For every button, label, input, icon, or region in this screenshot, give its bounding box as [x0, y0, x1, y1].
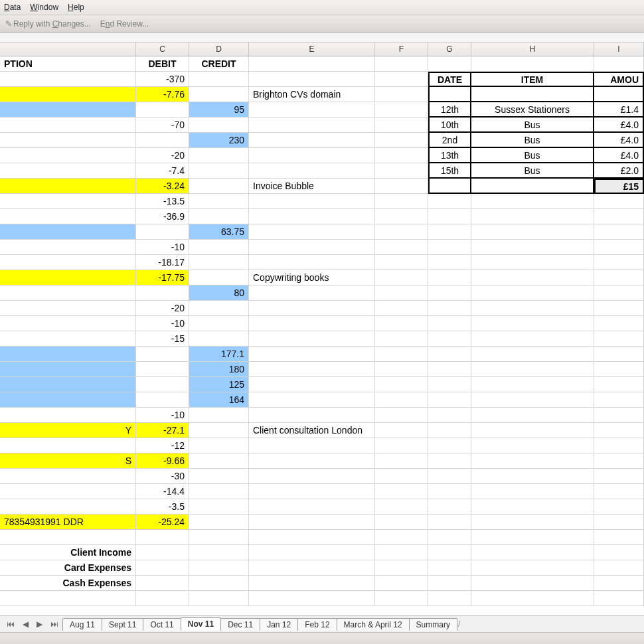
menu-data[interactable]: Data: [4, 3, 21, 12]
cell-date[interactable]: [428, 591, 471, 606]
cell[interactable]: [471, 56, 594, 72]
cell-note[interactable]: [249, 362, 375, 377]
cell-note[interactable]: Copywriting books: [249, 270, 375, 285]
cell-note[interactable]: [249, 301, 375, 316]
cell-item[interactable]: [471, 331, 594, 347]
cell-description[interactable]: [0, 469, 136, 484]
cell[interactable]: [375, 240, 428, 255]
cell-credit[interactable]: [189, 209, 249, 224]
cell-item[interactable]: [471, 423, 594, 438]
cell-note[interactable]: [249, 392, 375, 408]
cell-note[interactable]: [249, 255, 375, 270]
cell[interactable]: [375, 453, 428, 469]
cell-description[interactable]: [0, 331, 136, 347]
cell-note[interactable]: [249, 408, 375, 423]
cell-description[interactable]: [0, 163, 136, 179]
menu-help[interactable]: Help: [68, 3, 84, 12]
cell[interactable]: [375, 316, 428, 331]
cell-date[interactable]: [428, 347, 471, 362]
cell[interactable]: [375, 133, 428, 148]
cell-note[interactable]: [249, 148, 375, 163]
cell-date[interactable]: [428, 331, 471, 347]
col-d-header[interactable]: D: [189, 42, 249, 56]
cell-item[interactable]: [471, 453, 594, 469]
cell-amount[interactable]: £15: [594, 179, 644, 194]
cell-debit[interactable]: [136, 133, 189, 148]
cell-item[interactable]: [471, 255, 594, 270]
cell[interactable]: [375, 209, 428, 224]
cell-credit[interactable]: [189, 270, 249, 285]
cell-amount[interactable]: [594, 240, 644, 255]
cell-debit[interactable]: [136, 377, 189, 392]
cell-date[interactable]: [428, 377, 471, 392]
cell-amount[interactable]: [594, 453, 644, 469]
cell-amount[interactable]: [594, 270, 644, 285]
cell-credit[interactable]: [189, 453, 249, 469]
cell-debit[interactable]: [136, 530, 189, 545]
cell-debit[interactable]: [136, 576, 189, 591]
header-credit[interactable]: CREDIT: [189, 56, 249, 72]
cell-credit[interactable]: [189, 560, 249, 576]
cell-date[interactable]: [428, 179, 471, 194]
cell-description[interactable]: S: [0, 453, 136, 469]
cell-description[interactable]: [0, 102, 136, 118]
cell-debit[interactable]: -10: [136, 316, 189, 331]
cell-debit[interactable]: -36.9: [136, 209, 189, 224]
cell-item[interactable]: [471, 362, 594, 377]
tab-nav-last[interactable]: ⏭: [46, 619, 62, 629]
cell-description[interactable]: [0, 118, 136, 133]
cell-credit[interactable]: [189, 118, 249, 133]
cell-description[interactable]: Cash Expenses: [0, 576, 136, 591]
cell-date[interactable]: [428, 255, 471, 270]
cell-amount[interactable]: £4.0: [594, 118, 644, 133]
cell-date[interactable]: [428, 301, 471, 316]
cell[interactable]: [375, 194, 428, 209]
cell-date[interactable]: [428, 316, 471, 331]
cell-item[interactable]: Sussex Stationers: [471, 102, 594, 118]
cell-description[interactable]: [0, 377, 136, 392]
cell-date[interactable]: [428, 438, 471, 453]
cell-note[interactable]: [249, 316, 375, 331]
cell-note[interactable]: [249, 347, 375, 362]
cell[interactable]: [375, 423, 428, 438]
sheet-tab[interactable]: Jan 12: [260, 618, 298, 631]
cell-debit[interactable]: -30: [136, 469, 189, 484]
tab-nav-first[interactable]: ⏮: [3, 619, 19, 629]
cell-debit[interactable]: -14.4: [136, 484, 189, 499]
cell-description[interactable]: [0, 87, 136, 102]
cell-item[interactable]: Bus: [471, 118, 594, 133]
cell-debit[interactable]: -10: [136, 240, 189, 255]
cell-amount[interactable]: [594, 408, 644, 423]
cell-credit[interactable]: [189, 499, 249, 515]
cell-description[interactable]: [0, 194, 136, 209]
cell-credit[interactable]: [189, 484, 249, 499]
cell-note[interactable]: [249, 499, 375, 515]
cell-credit[interactable]: 125: [189, 377, 249, 392]
cell-date[interactable]: [428, 499, 471, 515]
cell-note[interactable]: [249, 377, 375, 392]
cell-amount[interactable]: [594, 484, 644, 499]
cell-date[interactable]: [428, 87, 471, 102]
cell-item[interactable]: [471, 408, 594, 423]
cell-date[interactable]: [428, 362, 471, 377]
cell[interactable]: [375, 560, 428, 576]
cell-debit[interactable]: [136, 224, 189, 240]
cell-amount[interactable]: [594, 377, 644, 392]
cell-description[interactable]: [0, 316, 136, 331]
cell-date[interactable]: [428, 194, 471, 209]
col-f-header[interactable]: F: [375, 42, 428, 56]
sheet-tab[interactable]: Aug 11: [62, 618, 102, 631]
cell-description[interactable]: [0, 438, 136, 453]
cell-item[interactable]: [471, 301, 594, 316]
col-h-header[interactable]: H: [471, 42, 594, 56]
cell-item[interactable]: [471, 194, 594, 209]
cell-item[interactable]: [471, 87, 594, 102]
cell-date[interactable]: [428, 240, 471, 255]
cell[interactable]: [375, 484, 428, 499]
cell-credit[interactable]: [189, 255, 249, 270]
cell-amount[interactable]: [594, 560, 644, 576]
cell-amount[interactable]: [594, 530, 644, 545]
cell-note[interactable]: [249, 72, 375, 87]
cell-note[interactable]: [249, 118, 375, 133]
cell-item[interactable]: [471, 270, 594, 285]
